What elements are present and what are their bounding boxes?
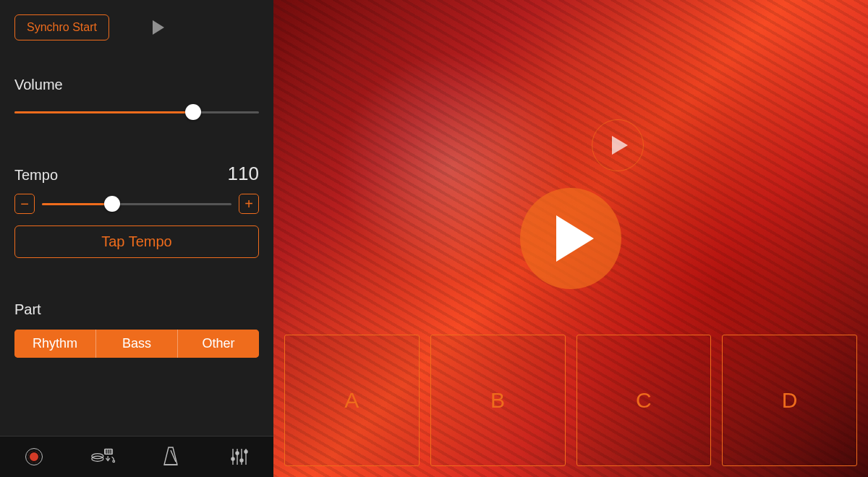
pad-d[interactable]: D (722, 335, 857, 466)
record-button[interactable] (22, 444, 46, 469)
volume-slider[interactable] (14, 105, 259, 119)
mini-play-button[interactable] (592, 119, 644, 171)
main-area: A B C D (273, 0, 868, 477)
tempo-fill (42, 203, 112, 205)
tempo-thumb[interactable] (104, 196, 120, 212)
tempo-increase-button[interactable]: + (239, 194, 259, 214)
play-icon (612, 136, 628, 155)
mixer-icon (229, 446, 250, 468)
volume-section: Volume (14, 77, 259, 119)
sidebar: Synchro Start Volume Tempo 110 (0, 0, 273, 477)
volume-track (14, 111, 259, 113)
pad-c[interactable]: C (576, 335, 712, 466)
volume-label: Volume (14, 77, 259, 93)
part-section: Part Rhythm Bass Other (14, 301, 259, 358)
synchro-start-button[interactable]: Synchro Start (14, 14, 109, 40)
pads-row: A B C D (284, 335, 857, 466)
svg-point-17 (244, 450, 247, 453)
sample-export-button[interactable] (90, 444, 115, 469)
svg-point-11 (231, 457, 234, 460)
sidebar-content: Synchro Start Volume Tempo 110 (0, 0, 273, 436)
part-option-other[interactable]: Other (177, 330, 259, 358)
center-play-button[interactable] (520, 188, 621, 289)
bottom-toolbar (0, 436, 273, 477)
part-option-bass[interactable]: Bass (95, 330, 177, 358)
tempo-value: 110 (228, 163, 259, 185)
svg-point-13 (236, 452, 239, 455)
metronome-button[interactable] (158, 444, 183, 469)
record-icon (25, 448, 43, 465)
play-icon[interactable] (153, 20, 164, 35)
pad-a[interactable]: A (284, 335, 420, 466)
tap-tempo-button[interactable]: Tap Tempo (14, 225, 259, 258)
svg-point-7 (113, 460, 115, 463)
mixer-button[interactable] (227, 444, 252, 469)
pad-b[interactable]: B (430, 335, 566, 466)
play-icon (556, 215, 594, 262)
tempo-track (42, 203, 231, 205)
part-label: Part (14, 301, 259, 318)
metronome-icon (161, 446, 180, 468)
sample-export-icon (90, 446, 115, 468)
part-option-rhythm[interactable]: Rhythm (14, 330, 95, 358)
volume-thumb[interactable] (185, 104, 201, 120)
tempo-header: Tempo 110 (14, 163, 259, 185)
tempo-section: Tempo 110 − + Tap Tempo (14, 163, 259, 258)
tempo-slider[interactable]: − + (14, 197, 259, 211)
tempo-label: Tempo (14, 167, 58, 184)
sidebar-top-row: Synchro Start (14, 14, 259, 40)
part-segmented: Rhythm Bass Other (14, 330, 259, 358)
svg-point-15 (240, 459, 243, 462)
app-root: Synchro Start Volume Tempo 110 (0, 0, 868, 477)
volume-fill (14, 111, 193, 113)
tempo-decrease-button[interactable]: − (14, 194, 35, 214)
